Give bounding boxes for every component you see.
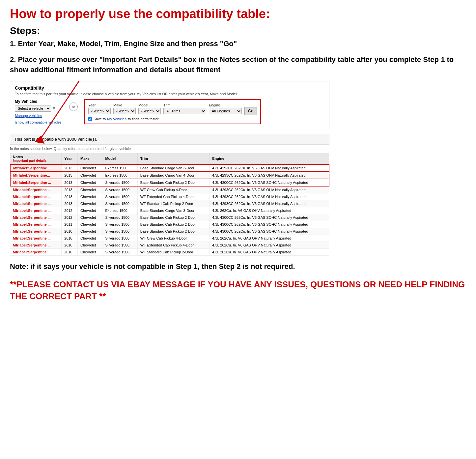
table-row: Mfrlabel:Serpentine ...2013ChevroletSilv… [10,179,329,186]
make-select[interactable]: -Select- [113,108,136,114]
cell-engine: 4.3L 262Cu. In. V6 GAS OHV Naturally Asp… [210,207,329,214]
cell-trim: WT Crew Cab Pickup 4-Door [137,235,210,242]
cell-engine: 4.3L 262Cu. In. V6 GAS OHV Naturally Asp… [210,235,329,242]
cell-trim: WT Standard Cab Pickup 2-Door [137,248,210,255]
show-all-link[interactable]: [show all compatible vehicles] [15,120,63,124]
vehicle-select-wrapper: Select a vehicle ▼ [15,105,63,112]
cell-year: 2012 [62,214,78,221]
cell-notes: Mfrlabel:Serpentine ... [10,164,62,172]
cell-make: Chevrolet [78,193,102,200]
trim-select[interactable]: All Trims [163,108,206,114]
cell-notes: Mfrlabel:Serpentine... [10,172,62,179]
engine-select[interactable]: All Engines [209,108,242,114]
cell-engine: 4.3L 4300CC 262Cu. In. V6 GAS SOHC Natur… [210,221,329,228]
table-row: Mfrlabel:Serpentine ...2011ChevroletSilv… [10,221,329,228]
cell-make: Chevrolet [78,228,102,235]
cell-trim: Base Standard Cab Pickup 2-Door [137,179,210,186]
cell-model: Express 1500 [102,207,137,214]
cell-make: Chevrolet [78,172,102,179]
table-row: Mfrlabel:Serpentine ...2013ChevroletSilv… [10,186,329,193]
col-make: Make [78,153,102,164]
table-row: Mfrlabel:Serpentine ...2013ChevroletExpr… [10,164,329,172]
cell-trim: WT Crew Cab Pickup 4-Door [137,186,210,193]
step2-text: 2. Place your mouse over "Important Part… [10,55,466,75]
ymm-row: Year -Select- Make -Select- Model [88,102,257,115]
compat-note: In the notes section below, Quantity ref… [10,147,329,151]
cell-notes: Mfrlabel:Serpentine ... [10,248,62,255]
cell-engine: 4.3L 4293CC 262Cu. In. V6 GAS OHV Natura… [210,172,329,179]
select-vehicle-dropdown[interactable]: Select a vehicle [15,105,51,112]
col-engine: Engine [210,153,329,164]
year-select[interactable]: -Select- [88,108,111,114]
year-label: Year [88,103,111,107]
cell-engine: 4.3L 4293CC 262Cu. In. V6 GAS OHV Natura… [210,200,329,207]
trim-label: Trim [163,103,206,107]
save-row: Save to My Vehicles to finds parts faste… [88,117,257,121]
cell-make: Chevrolet [78,179,102,186]
cell-notes: Mfrlabel:Serpentine ... [10,179,62,186]
steps-label: Steps: [10,25,466,36]
ymm-section: Year -Select- Make -Select- Model [84,99,261,124]
cell-model: Silverado 1500 [102,221,137,228]
cell-model: Silverado 1500 [102,235,137,242]
cell-trim: WT Standard Cab Pickup 2-Door [137,200,210,207]
cell-make: Chevrolet [78,214,102,221]
make-field: Make -Select- [113,103,136,114]
go-button[interactable]: Go [244,107,257,115]
table-row: Mfrlabel:Serpentine ...2013ChevroletSilv… [10,200,329,207]
table-row: Mfrlabel:Serpentine ...2010ChevroletSilv… [10,242,329,248]
step1-text: 1. Enter Year, Make, Model, Trim, Engine… [10,39,466,49]
save-label: Save to [94,117,106,121]
notes-sub: Important part details [13,159,59,162]
cell-make: Chevrolet [78,186,102,193]
cell-trim: WT Extended Cab Pickup 4-Door [137,193,210,200]
cell-notes: Mfrlabel:Serpentine ... [10,200,62,207]
cell-year: 2011 [62,221,78,228]
table-header-row: Notes Important part details Year Make M… [10,153,329,164]
main-title: How to properly use the compatibility ta… [10,7,466,22]
save-suffix: to finds parts faster [128,117,159,121]
save-checkbox[interactable] [88,117,92,121]
table-row: Mfrlabel:Serpentine ...2012ChevroletExpr… [10,207,329,214]
cell-notes: Mfrlabel:Serpentine ... [10,186,62,193]
cell-year: 2013 [62,200,78,207]
cell-engine: 4.3L 262Cu. In. V6 GAS OHV Naturally Asp… [210,248,329,255]
table-row: Mfrlabel:Serpentine ...2010ChevroletSilv… [10,228,329,235]
model-label: Model [138,103,161,107]
manage-vehicles-link[interactable]: Manage vehicles [15,114,63,118]
col-model: Model [102,153,137,164]
table-row: Mfrlabel:Serpentine...2013ChevroletExpre… [10,172,329,179]
cell-make: Chevrolet [78,235,102,242]
cell-trim: Base Standard Cab Pickup 2-Door [137,228,210,235]
or-divider: or [69,102,78,111]
model-select[interactable]: -Select- [138,108,161,114]
cell-engine: 4.3L 4293CC 262Cu. In. V6 GAS OHV Natura… [210,193,329,200]
cell-model: Silverado 1500 [102,242,137,248]
make-label: Make [113,103,136,107]
cell-make: Chevrolet [78,200,102,207]
engine-field: Engine All Engines [209,103,242,114]
cell-model: Silverado 1500 [102,200,137,207]
cell-notes: Mfrlabel:Serpentine ... [10,221,62,228]
cell-trim: Base Standard Cab Pickup 2-Door [137,214,210,221]
cell-trim: Base Standard Cargo Van 3-Door [137,164,210,172]
cell-engine: 4.3L 4293CC 262Cu. In. V6 GAS OHV Natura… [210,164,329,172]
table-row: Mfrlabel:Serpentine ...2013ChevroletSilv… [10,193,329,200]
cell-model: Silverado 1500 [102,193,137,200]
cell-trim: Base Standard Cab Pickup 2-Door [137,221,210,228]
note-text: Note: if it says your vehicle is not com… [10,262,466,272]
cell-engine: 4.3L 4300CC 262Cu. In. V6 GAS SOHC Natur… [210,228,329,235]
cell-year: 2013 [62,193,78,200]
cell-engine: 4.3L 4300CC 262Cu. In. V6 GAS SOHC Natur… [210,179,329,186]
my-vehicles-section: My Vehicles Select a vehicle ▼ Manage ve… [15,99,63,125]
cell-notes: Mfrlabel:Serpentine ... [10,193,62,200]
compat-desc: To confirm that this part fits your vehi… [15,92,324,96]
table-row: Mfrlabel:Serpentine ...2010ChevroletSilv… [10,248,329,255]
cell-make: Chevrolet [78,248,102,255]
my-vehicles-save-link[interactable]: My Vehicles [107,117,126,121]
cell-make: Chevrolet [78,164,102,172]
cell-model: Express 1500 [102,164,137,172]
cell-model: Express 1500 [102,172,137,179]
cell-year: 2013 [62,179,78,186]
cell-make: Chevrolet [78,207,102,214]
